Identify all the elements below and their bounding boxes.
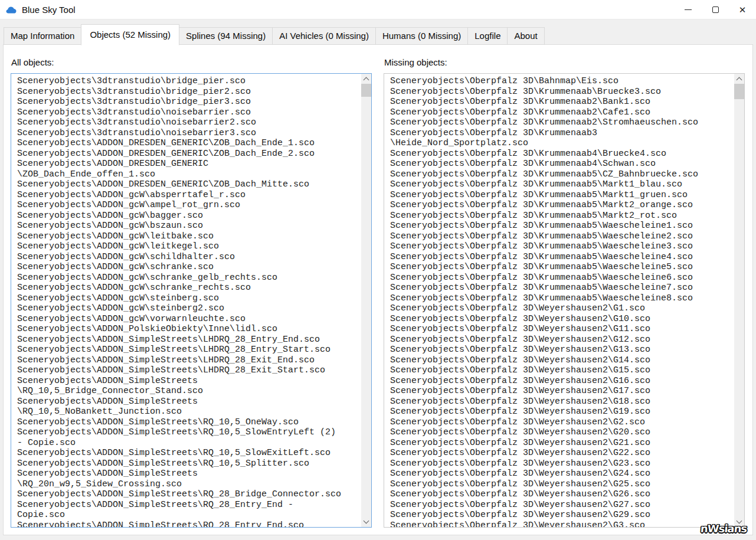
list-line: \RQ_20n_w9,5_Sidew_Crossing.sco — [17, 479, 360, 490]
missing-objects-listbox[interactable]: Sceneryobjects\Oberpfalz 3D\Bahnmap\Eis.… — [384, 73, 745, 528]
list-line: Sceneryobjects\Oberpfalz 3D\Weyershausen… — [390, 335, 733, 345]
window-title: Blue Sky Tool — [22, 5, 76, 15]
list-line: Sceneryobjects\Oberpfalz 3D\Weyershausen… — [390, 345, 733, 355]
tab-about[interactable]: About — [507, 27, 544, 45]
list-line: Sceneryobjects\Oberpfalz 3D\Weyershausen… — [390, 386, 733, 397]
list-line: Sceneryobjects\Oberpfalz 3D\Krummenaab4\… — [390, 149, 733, 159]
list-line: Sceneryobjects\Oberpfalz 3D\Krummenaab5\… — [390, 221, 733, 231]
list-line: Sceneryobjects\ADDON_SimpleStreets\LHDRQ… — [17, 355, 360, 366]
list-line: Sceneryobjects\ADDON_SimpleStreets — [17, 469, 360, 479]
list-line: Sceneryobjects\ADDON_gcW\leitbake.sco — [17, 231, 360, 242]
list-line: Sceneryobjects\3dtranstudio\bridge_pier3… — [17, 97, 360, 107]
list-line: Sceneryobjects\Oberpfalz 3D\Krummenaab5\… — [390, 200, 733, 211]
list-line: Sceneryobjects\Oberpfalz 3D\Krummenaab5\… — [390, 179, 733, 190]
maximize-button[interactable] — [702, 0, 729, 19]
list-line: Sceneryobjects\Oberpfalz 3D\Krummenaab5\… — [390, 169, 733, 180]
tab-ai-vehicles-0-missing[interactable]: AI Vehicles (0 Missing) — [272, 27, 376, 45]
list-line: Sceneryobjects\Oberpfalz 3D\Weyershausen… — [390, 397, 733, 407]
chevron-up-icon — [737, 77, 742, 83]
all-objects-scrollbar[interactable] — [361, 74, 371, 527]
all-objects-list-content: Sceneryobjects\3dtranstudio\bridge_pier.… — [11, 74, 361, 527]
scrollbar-thumb[interactable] — [361, 84, 371, 97]
list-line: Sceneryobjects\Oberpfalz 3D\Krummenaab5\… — [390, 273, 733, 283]
list-line: \ZOB_Dach_Ende_offen_1.sco — [17, 169, 360, 180]
tab-objects-52-missing[interactable]: Objects (52 Missing) — [81, 24, 179, 45]
list-line: Sceneryobjects\ADDON_gcW\ampel_rot_grn.s… — [17, 200, 360, 211]
scroll-up-button[interactable] — [361, 74, 371, 84]
list-line: Sceneryobjects\ADDON_DRESDEN_GENERIC\ZOB… — [17, 149, 360, 159]
list-line: Sceneryobjects\ADDON_gcW\bszaun.sco — [17, 221, 360, 231]
list-line: Sceneryobjects\Oberpfalz 3D\Weyershausen… — [390, 303, 733, 314]
tab-strip: Map InformationObjects (52 Missing)Splin… — [4, 27, 544, 45]
tab-logfile[interactable]: Logfile — [467, 27, 508, 45]
list-line: Sceneryobjects\ADDON_SimpleStreets\RQ_10… — [17, 427, 360, 438]
list-line: Sceneryobjects\Oberpfalz 3D\Krummenaab5\… — [390, 211, 733, 221]
missing-objects-list-content: Sceneryobjects\Oberpfalz 3D\Bahnmap\Eis.… — [384, 74, 734, 527]
list-line: Sceneryobjects\Oberpfalz 3D\Weyershausen… — [390, 500, 733, 510]
list-line: Sceneryobjects\ADDON_SimpleStreets — [17, 397, 360, 407]
list-line: \RQ_10,5_Bridge_Connector_Stand.sco — [17, 386, 360, 397]
list-line: Sceneryobjects\ADDON_SimpleStreets\RQ_10… — [17, 448, 360, 459]
list-line: Sceneryobjects\ADDON_gcW\schranke_gelb_r… — [17, 273, 360, 283]
missing-objects-label: Missing objects: — [384, 57, 447, 67]
list-line: Sceneryobjects\ADDON_SimpleStreets\LHDRQ… — [17, 335, 360, 345]
list-line: Sceneryobjects\Oberpfalz 3D\Krummenaab5\… — [390, 262, 733, 273]
list-line: Sceneryobjects\ADDON_SimpleStreets — [17, 376, 360, 387]
list-line: Sceneryobjects\Oberpfalz 3D\Bahnmap\Eis.… — [390, 76, 733, 87]
list-line: Sceneryobjects\ADDON_gcW\steinberg2.sco — [17, 303, 360, 314]
close-button[interactable]: ✕ — [729, 0, 756, 19]
list-line: Sceneryobjects\ADDON_DRESDEN_GENERIC\ZOB… — [17, 179, 360, 190]
list-line: Sceneryobjects\Oberpfalz 3D\Krummenaab5\… — [390, 283, 733, 293]
tab-humans-0-missing[interactable]: Humans (0 Missing) — [375, 27, 468, 45]
close-icon: ✕ — [739, 5, 747, 14]
window-controls: ✕ — [675, 0, 756, 19]
list-line: Sceneryobjects\3dtranstudio\noisebarrier… — [17, 107, 360, 118]
list-line: Sceneryobjects\ADDON_gcW\vorwarnleuchte.… — [17, 314, 360, 325]
tab-map-information[interactable]: Map Information — [4, 27, 81, 45]
list-line: Sceneryobjects\Oberpfalz 3D\Weyershausen… — [390, 355, 733, 366]
chevron-down-icon — [364, 518, 369, 524]
cloud-app-icon — [6, 5, 17, 14]
list-line: - Copie.sco — [17, 438, 360, 449]
list-line: Sceneryobjects\ADDON_SimpleStreets\RQ_10… — [17, 417, 360, 428]
list-line: Sceneryobjects\Oberpfalz 3D\Krummenaab2\… — [390, 117, 733, 128]
scroll-up-button[interactable] — [734, 74, 744, 84]
list-line: Sceneryobjects\ADDON_gcW\schildhalter.sc… — [17, 252, 360, 263]
list-line: Sceneryobjects\Oberpfalz 3D\Krummenaab5\… — [390, 293, 733, 304]
list-line: Sceneryobjects\Oberpfalz 3D\Weyershausen… — [390, 469, 733, 479]
list-line: Sceneryobjects\ADDON_gcW\schranke_rechts… — [17, 283, 360, 293]
list-line: Sceneryobjects\Oberpfalz 3D\Weyershausen… — [390, 479, 733, 490]
list-line: Sceneryobjects\Oberpfalz 3D\Weyershausen… — [390, 448, 733, 459]
all-objects-label: All objects: — [11, 57, 54, 67]
list-line: Sceneryobjects\3dtranstudio\bridge_pier2… — [17, 87, 360, 97]
list-line: Sceneryobjects\Oberpfalz 3D\Weyershausen… — [390, 521, 733, 528]
missing-objects-scrollbar[interactable] — [734, 74, 744, 527]
cloud-icon-shape — [6, 6, 17, 13]
list-line: \Heide_Nord_Sportplatz.sco — [390, 138, 733, 149]
scrollbar-thumb[interactable] — [734, 84, 744, 99]
tab-splines-94-missing[interactable]: Splines (94 Missing) — [179, 27, 273, 45]
list-line: Sceneryobjects\ADDON_PolskieObiekty\Inne… — [17, 324, 360, 335]
objects-tab-panel: All objects: Missing objects: Sceneryobj… — [3, 44, 753, 535]
list-line: Sceneryobjects\ADDON_gcW\leitkegel.sco — [17, 241, 360, 252]
list-line: Sceneryobjects\Oberpfalz 3D\Krummenaab\B… — [390, 87, 733, 97]
maximize-icon — [712, 6, 719, 13]
list-line: Sceneryobjects\Oberpfalz 3D\Krummenaab5\… — [390, 241, 733, 252]
list-line: Copie.sco — [17, 510, 360, 521]
list-line: Sceneryobjects\Oberpfalz 3D\Weyershausen… — [390, 324, 733, 335]
scroll-down-button[interactable] — [361, 517, 371, 527]
list-line: Sceneryobjects\Oberpfalz 3D\Krummenaab4\… — [390, 159, 733, 169]
list-line: Sceneryobjects\Oberpfalz 3D\Weyershausen… — [390, 438, 733, 449]
minimize-button[interactable] — [675, 0, 702, 19]
all-objects-listbox[interactable]: Sceneryobjects\3dtranstudio\bridge_pier.… — [11, 73, 372, 528]
list-line: Sceneryobjects\ADDON_gcW\absperrtafel_r.… — [17, 190, 360, 201]
list-line: Sceneryobjects\ADDON_SimpleStreets\RQ_28… — [17, 489, 360, 500]
titlebar: Blue Sky Tool ✕ — [0, 0, 756, 19]
list-line: Sceneryobjects\Oberpfalz 3D\Krummenaab5\… — [390, 190, 733, 201]
list-line: Sceneryobjects\Oberpfalz 3D\Krummenaab5\… — [390, 252, 733, 263]
list-line: Sceneryobjects\ADDON_DRESDEN_GENERIC — [17, 159, 360, 169]
list-line: Sceneryobjects\3dtranstudio\noisebarrier… — [17, 117, 360, 128]
chevron-up-icon — [364, 77, 369, 83]
list-line: Sceneryobjects\Oberpfalz 3D\Weyershausen… — [390, 407, 733, 417]
list-line: Sceneryobjects\Oberpfalz 3D\Krummenaab5\… — [390, 231, 733, 242]
